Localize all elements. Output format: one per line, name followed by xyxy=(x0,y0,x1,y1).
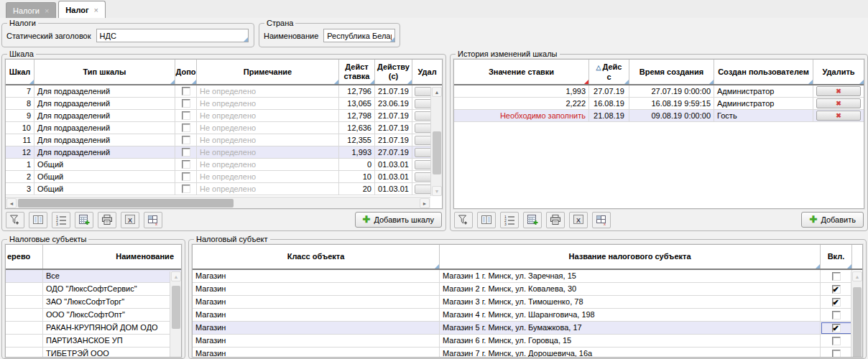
delete-row-button[interactable]: ✖ xyxy=(816,98,861,108)
row-numbers-icon[interactable]: 123 xyxy=(500,212,519,228)
column-header-delete[interactable]: Удал xyxy=(412,60,442,84)
delete-button[interactable] xyxy=(415,87,432,96)
export-excel-icon[interactable]: X xyxy=(569,212,588,228)
table-row[interactable]: Необходимо заполнить 21.08.19 09.08.19 0… xyxy=(454,110,864,122)
table-row[interactable]: Магазин Магазин 4 г. Минск, ул. Шарангов… xyxy=(193,309,862,322)
column-header-tree[interactable]: ерево xyxy=(6,245,43,269)
checkbox[interactable] xyxy=(182,172,190,181)
static-header-input[interactable] xyxy=(96,29,249,42)
table-row[interactable]: 10 Для подразделений Не определено 12,63… xyxy=(6,122,442,134)
columns-icon[interactable] xyxy=(477,212,496,228)
checkbox[interactable] xyxy=(182,123,190,132)
grid-hide-icon[interactable]: x xyxy=(592,212,611,228)
table-row[interactable]: Магазин Магазин 1 г. Минск, ул. Заречная… xyxy=(193,270,862,283)
delete-button[interactable] xyxy=(415,160,432,169)
checkbox[interactable] xyxy=(182,111,190,120)
table-row[interactable]: 11 Для подразделений Не определено 12,35… xyxy=(6,134,442,146)
delete-button[interactable] xyxy=(415,172,432,182)
delete-button[interactable] xyxy=(415,123,432,133)
delete-button[interactable] xyxy=(415,99,432,108)
checkbox[interactable] xyxy=(182,148,190,157)
column-header-extra[interactable]: Допо xyxy=(175,60,197,84)
export-excel-icon[interactable]: X xyxy=(121,212,139,228)
column-header-type[interactable]: Тип шкалы xyxy=(34,60,175,84)
table-row[interactable]: 1 Общий Не определено 0 01.03.01 xyxy=(6,159,442,171)
scrollbar-thumb[interactable] xyxy=(853,287,862,358)
table-row[interactable]: Магазин Магазин 7 г. Минск, ул. Дорошеви… xyxy=(193,348,862,358)
vertical-scrollbar[interactable]: ▲ ▼ xyxy=(430,87,442,196)
list-item[interactable]: РАКАН-КРУПЯНОЙ ДОМ ОДО xyxy=(6,322,181,335)
grid-hide-icon[interactable]: x xyxy=(144,212,162,228)
table-row[interactable]: 12 Для подразделений Не определено 1,993… xyxy=(6,146,442,159)
scrollbar-thumb[interactable] xyxy=(172,286,180,329)
calculator-add-icon[interactable] xyxy=(523,212,542,228)
scrollbar-thumb[interactable] xyxy=(433,131,441,174)
scroll-up-arrow[interactable]: ▲ xyxy=(852,271,862,281)
scroll-up-arrow[interactable]: ▲ xyxy=(432,87,442,97)
column-header-number[interactable]: Шкал xyxy=(6,60,34,84)
table-row[interactable]: 3 Общий Не определено 20 01.03.01 xyxy=(6,183,442,195)
filter-icon[interactable] xyxy=(6,212,24,228)
table-row[interactable]: Магазин Магазин 3 г. Минск, ул. Тимошенк… xyxy=(193,296,862,309)
country-name-input[interactable] xyxy=(323,29,395,42)
table-row[interactable]: Магазин Магазин 5 г. Минск, ул. Бумажков… xyxy=(193,322,862,335)
column-header-rate[interactable]: Дейстставка xyxy=(339,60,375,84)
column-header-valid-from[interactable]: Действу(с) xyxy=(375,60,412,84)
delete-button[interactable] xyxy=(415,185,432,194)
checkbox[interactable] xyxy=(182,87,190,95)
table-row[interactable]: 7 Для подразделений Не определено 12,796… xyxy=(6,85,442,98)
table-row[interactable]: 1,993 27.07.19 27.07.19 0:00:00 Админист… xyxy=(454,85,864,98)
close-icon[interactable]: × xyxy=(45,6,49,15)
list-item[interactable]: ТИБЕТРЭЙ ООО xyxy=(6,348,181,358)
column-header-note[interactable]: Примечание xyxy=(197,60,339,84)
table-row[interactable]: Магазин Магазин 6 г. Минск, ул. Горовца,… xyxy=(193,335,862,348)
print-icon[interactable] xyxy=(546,212,565,228)
checkbox[interactable] xyxy=(832,285,841,294)
list-item[interactable]: ЗАО "ЛюксСофтТорг" xyxy=(6,296,181,309)
add-scale-button[interactable]: ✚Добавить шкалу xyxy=(355,212,443,228)
tab-nalogi[interactable]: Налоги × xyxy=(6,2,56,18)
vertical-scrollbar[interactable]: ▲ xyxy=(170,271,181,357)
column-header-delete[interactable]: Удалить xyxy=(813,60,864,84)
delete-button[interactable] xyxy=(415,148,432,157)
table-row[interactable]: 2 Общий Не определено 10 01.03.01 xyxy=(6,171,442,183)
column-header-name[interactable]: Наименование xyxy=(43,245,181,269)
checkbox[interactable] xyxy=(832,324,841,332)
scroll-left-arrow[interactable]: ◄ xyxy=(6,198,17,208)
table-row[interactable]: 9 Для подразделений Не определено 12,798… xyxy=(6,110,442,122)
calculator-add-icon[interactable] xyxy=(75,212,93,228)
columns-icon[interactable] xyxy=(29,212,47,228)
delete-button[interactable] xyxy=(415,111,432,121)
vertical-scrollbar[interactable]: ▲ xyxy=(851,271,862,357)
column-header-rate-value[interactable]: Значение ставки xyxy=(454,60,589,84)
table-row[interactable]: Магазин Магазин 2 г. Минск, ул. Ковалева… xyxy=(193,283,862,296)
scroll-down-arrow[interactable]: ▼ xyxy=(432,186,442,196)
add-history-button[interactable]: ✚Добавить xyxy=(801,212,864,228)
horizontal-scrollbar[interactable]: ◄ ► xyxy=(6,197,430,208)
checkbox[interactable] xyxy=(832,350,841,358)
scrollbar-thumb[interactable] xyxy=(18,199,234,208)
column-header-created[interactable]: Время создания xyxy=(629,60,714,84)
tab-nalog[interactable]: Налог × xyxy=(58,1,106,18)
checkbox[interactable] xyxy=(182,160,190,169)
delete-button[interactable] xyxy=(415,136,432,145)
checkbox[interactable] xyxy=(832,337,841,345)
column-header-valid-from[interactable]: △Дейс с xyxy=(589,60,629,84)
list-item[interactable]: ООО "ЛюксСофтОпт" xyxy=(6,309,181,322)
scroll-up-arrow[interactable]: ▲ xyxy=(171,271,181,281)
table-row[interactable]: 2,222 16.08.19 16.08.19 9:59:15 Админист… xyxy=(454,98,864,110)
checkbox[interactable] xyxy=(182,185,190,193)
list-item[interactable]: ОДО "ЛюксСофтСервис" xyxy=(6,283,181,296)
checkbox[interactable] xyxy=(182,136,190,144)
row-numbers-icon[interactable]: 123 xyxy=(52,212,70,228)
scroll-right-arrow[interactable]: ► xyxy=(420,198,430,208)
table-row[interactable]: 8 Для подразделений Не определено 13,065… xyxy=(6,98,442,110)
checkbox[interactable] xyxy=(832,272,841,281)
delete-row-button[interactable]: ✖ xyxy=(816,86,861,96)
delete-row-button[interactable]: ✖ xyxy=(816,111,861,121)
print-icon[interactable] xyxy=(98,212,116,228)
column-header-object-class[interactable]: Класс объекта xyxy=(193,245,440,269)
list-item[interactable]: Все xyxy=(6,270,181,283)
list-item[interactable]: ПАРТИЗАНСКОЕ УП xyxy=(6,335,181,348)
checkbox[interactable] xyxy=(832,298,841,307)
